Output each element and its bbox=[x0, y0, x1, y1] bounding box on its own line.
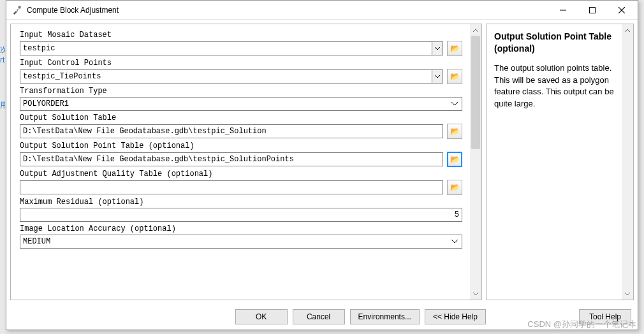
output-quality-field[interactable] bbox=[20, 180, 443, 194]
output-solution-point-field[interactable] bbox=[20, 152, 443, 166]
output-quality-label: Output Adjustment Quality Table (optiona… bbox=[20, 170, 462, 178]
help-text: The output solution points table. This w… bbox=[494, 62, 617, 110]
browse-output-solution-button[interactable]: 📂 bbox=[447, 124, 462, 139]
minimize-button[interactable] bbox=[548, 1, 578, 19]
scroll-up-icon[interactable] bbox=[470, 24, 481, 36]
output-solution-field[interactable] bbox=[20, 124, 443, 138]
scroll-thumb[interactable] bbox=[471, 36, 480, 149]
scroll-up-icon[interactable] bbox=[622, 24, 633, 36]
environments-button[interactable]: Environments... bbox=[350, 309, 420, 324]
control-points-input[interactable] bbox=[20, 69, 443, 84]
dialog-window: Compute Block Adjustment Input Mosaic Da… bbox=[6, 0, 638, 330]
folder-icon: 📂 bbox=[450, 72, 460, 82]
scroll-down-icon[interactable] bbox=[622, 288, 633, 300]
output-solution-label: Output Solution Table bbox=[20, 113, 462, 122]
tool-help-button[interactable]: Tool Help bbox=[579, 309, 631, 324]
content-area: Input Mosaic Dataset 📂 Input Control Poi… bbox=[6, 20, 638, 304]
button-bar: OK Cancel Environments... << Hide Help T… bbox=[6, 304, 638, 330]
parameters-form: Input Mosaic Dataset 📂 Input Control Poi… bbox=[11, 24, 470, 300]
max-residual-field[interactable] bbox=[20, 208, 462, 222]
chevron-down-icon[interactable] bbox=[432, 69, 443, 84]
window-controls bbox=[548, 1, 636, 19]
ok-button[interactable]: OK bbox=[235, 309, 288, 324]
help-scrollbar[interactable] bbox=[622, 24, 633, 300]
folder-icon: 📂 bbox=[450, 155, 460, 164]
folder-icon: 📂 bbox=[450, 183, 460, 192]
help-title: Output Solution Point Table (optional) bbox=[494, 31, 617, 55]
parameters-panel: Input Mosaic Dataset 📂 Input Control Poi… bbox=[10, 24, 482, 300]
scroll-track[interactable] bbox=[622, 36, 633, 288]
window-title: Compute Block Adjustment bbox=[27, 6, 548, 15]
hide-help-button[interactable]: << Hide Help bbox=[425, 309, 486, 324]
folder-icon: 📂 bbox=[450, 44, 460, 54]
output-solution-point-label: Output Solution Point Table (optional) bbox=[20, 142, 462, 150]
scroll-track[interactable] bbox=[470, 36, 481, 288]
max-residual-label: Maximum Residual (optional) bbox=[20, 198, 462, 207]
transformation-type-label: Transformation Type bbox=[20, 87, 462, 96]
svg-rect-1 bbox=[590, 7, 596, 13]
mosaic-dataset-field[interactable] bbox=[20, 41, 432, 55]
browse-mosaic-button[interactable]: 📂 bbox=[447, 41, 462, 56]
image-accuracy-select[interactable]: MEDIUM bbox=[20, 235, 462, 249]
folder-icon: 📂 bbox=[450, 127, 460, 136]
browse-output-quality-button[interactable]: 📂 bbox=[447, 180, 462, 195]
close-button[interactable] bbox=[607, 1, 636, 19]
browse-control-points-button[interactable]: 📂 bbox=[447, 69, 462, 84]
help-panel: Output Solution Point Table (optional) T… bbox=[486, 24, 634, 300]
hammer-icon bbox=[11, 5, 22, 15]
chevron-down-icon[interactable] bbox=[432, 41, 443, 55]
control-points-label: Input Control Points bbox=[20, 59, 462, 68]
background-fragment: 次rt用 bbox=[0, 45, 5, 172]
transformation-type-select[interactable]: POLYORDER1 bbox=[20, 97, 462, 111]
scroll-down-icon[interactable] bbox=[470, 288, 481, 300]
mosaic-dataset-label: Input Mosaic Dataset bbox=[20, 31, 462, 40]
parameters-scrollbar[interactable] bbox=[470, 24, 481, 300]
mosaic-dataset-input[interactable] bbox=[20, 41, 443, 55]
browse-output-solution-point-button[interactable]: 📂 bbox=[447, 152, 462, 167]
cancel-button[interactable]: Cancel bbox=[293, 309, 345, 324]
title-bar: Compute Block Adjustment bbox=[6, 1, 638, 20]
maximize-button[interactable] bbox=[578, 1, 607, 19]
image-accuracy-label: Image Location Accuracy (optional) bbox=[20, 224, 462, 233]
control-points-field[interactable] bbox=[20, 69, 432, 84]
